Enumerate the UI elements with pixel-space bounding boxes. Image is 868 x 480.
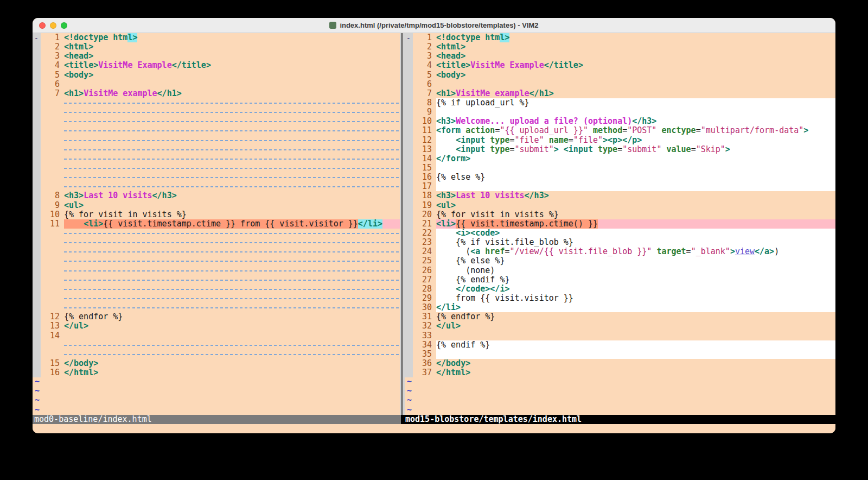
code-line-text[interactable]: <ul>: [436, 201, 835, 210]
code-line[interactable]: 33: [405, 331, 835, 340]
code-line-text[interactable]: <head>: [64, 52, 400, 61]
code-line-text[interactable]: <!doctype html>: [436, 33, 835, 42]
code-line[interactable]: 2<html>: [405, 42, 835, 52]
diff-filler-line[interactable]: [64, 136, 400, 145]
code-line[interactable]: 7<h1>VisitMe example</h1>: [405, 89, 835, 98]
code-line-text[interactable]: </html>: [436, 368, 835, 377]
code-line-text[interactable]: <input type="submit"> <input type="submi…: [436, 145, 835, 154]
code-line[interactable]: 37</html>: [405, 368, 835, 377]
diff-filler-line[interactable]: [64, 303, 400, 312]
diff-filler-row[interactable]: [33, 145, 400, 154]
code-line[interactable]: 16{% else %}: [405, 173, 835, 182]
code-line[interactable]: 12 <input type="file" name="file"><p></p…: [405, 136, 835, 145]
code-line[interactable]: 36</body>: [405, 359, 835, 368]
diff-filler-line[interactable]: [64, 154, 400, 163]
diff-filler-row[interactable]: [33, 108, 400, 117]
diff-filler-row[interactable]: [33, 350, 400, 359]
code-line[interactable]: 13 <input type="submit"> <input type="su…: [405, 145, 835, 154]
code-line-text[interactable]: <title>VisitMe Example</title>: [64, 61, 400, 70]
code-line[interactable]: 14</form>: [405, 154, 835, 163]
diff-filler-line[interactable]: [64, 247, 400, 256]
code-line-text[interactable]: [436, 108, 835, 117]
diff-filler-line[interactable]: [64, 340, 400, 350]
window-titlebar[interactable]: index.html (/private/tmp/mod15-blobstore…: [33, 18, 835, 33]
code-line[interactable]: 3<head>: [33, 52, 400, 61]
code-line[interactable]: 11 <li>{{ visit.timestamp.ctime }} from …: [33, 219, 400, 229]
code-line-text[interactable]: <form action="{{ upload_url }}" method="…: [436, 126, 835, 135]
code-line[interactable]: 32</ul>: [405, 321, 835, 331]
diff-filler-line[interactable]: [64, 173, 400, 182]
code-line[interactable]: 15: [405, 163, 835, 173]
diff-filler-row[interactable]: [33, 154, 400, 163]
code-line-text[interactable]: </code></i>: [436, 285, 835, 294]
code-line[interactable]: 21<li>{{ visit.timestamp.ctime() }}: [405, 219, 835, 229]
code-line[interactable]: 22 <i><code>: [405, 229, 835, 238]
diff-filler-row[interactable]: [33, 247, 400, 256]
code-line-text[interactable]: <html>: [436, 42, 835, 52]
code-line-text[interactable]: (none): [436, 266, 835, 275]
diff-filler-row[interactable]: [33, 98, 400, 108]
diff-filler-row[interactable]: [33, 266, 400, 275]
pane-right-blobstore[interactable]: -1<!doctype html>2<html>3<head>4<title>V…: [405, 33, 835, 415]
code-line-text[interactable]: </ul>: [64, 321, 400, 331]
diff-filler-line[interactable]: [64, 98, 400, 108]
code-line-text[interactable]: {% for visit in visits %}: [64, 210, 400, 219]
code-line-text[interactable]: {% if upload_url %}: [436, 98, 835, 108]
diff-filler-row[interactable]: [33, 340, 400, 350]
code-line-text[interactable]: {% endfor %}: [64, 312, 400, 321]
code-line[interactable]: 4<title>VisitMe Example</title>: [405, 61, 835, 70]
code-line[interactable]: 8{% if upload_url %}: [405, 98, 835, 108]
zoom-button[interactable]: [61, 22, 67, 29]
diff-filler-line[interactable]: [64, 350, 400, 359]
code-line-text[interactable]: {% endif %}: [436, 275, 835, 285]
code-line-text[interactable]: [436, 80, 835, 89]
code-line-text[interactable]: <body>: [436, 71, 835, 80]
diff-filler-row[interactable]: [33, 173, 400, 182]
diff-filler-line[interactable]: [64, 238, 400, 247]
diff-filler-row[interactable]: [33, 163, 400, 173]
diff-filler-row[interactable]: [33, 256, 400, 266]
diff-filler-line[interactable]: [64, 294, 400, 303]
code-line-text[interactable]: <i><code>: [436, 229, 835, 238]
code-line[interactable]: 26 (none): [405, 266, 835, 275]
code-line[interactable]: -1<!doctype html>: [33, 33, 400, 42]
diff-filler-row[interactable]: [33, 285, 400, 294]
code-line-text[interactable]: [64, 80, 400, 89]
code-line-text[interactable]: </form>: [436, 154, 835, 163]
diff-filler-row[interactable]: [33, 303, 400, 312]
code-line[interactable]: 4<title>VisitMe Example</title>: [33, 61, 400, 70]
code-line[interactable]: 18<h3>Last 10 visits</h3>: [405, 191, 835, 200]
code-line-text[interactable]: [64, 331, 400, 340]
code-line[interactable]: 12{% endfor %}: [33, 312, 400, 321]
code-line-text[interactable]: {% if visit.file_blob %}: [436, 238, 835, 247]
code-line-text[interactable]: {% endfor %}: [436, 312, 835, 321]
code-line-text[interactable]: <ul>: [64, 201, 400, 210]
diff-filler-line[interactable]: [64, 163, 400, 173]
code-line-text[interactable]: </body>: [64, 359, 400, 368]
code-line-text[interactable]: <h3>Last 10 visits</h3>: [436, 191, 835, 200]
code-line-text[interactable]: <head>: [436, 52, 835, 61]
vertical-split-separator[interactable]: [400, 33, 405, 415]
code-line-text[interactable]: <h3>Last 10 visits</h3>: [64, 191, 400, 200]
code-line[interactable]: 29 from {{ visit.visitor }}: [405, 294, 835, 303]
code-line[interactable]: 19<ul>: [405, 201, 835, 210]
code-line[interactable]: 23 {% if visit.file_blob %}: [405, 238, 835, 247]
code-line[interactable]: 8<h3>Last 10 visits</h3>: [33, 191, 400, 200]
code-line-text[interactable]: from {{ visit.visitor }}: [436, 294, 835, 303]
code-line-text[interactable]: {% for visit in visits %}: [436, 210, 835, 219]
code-line[interactable]: 5<body>: [405, 71, 835, 80]
command-line[interactable]: [33, 424, 835, 433]
diff-filler-line[interactable]: [64, 285, 400, 294]
code-line[interactable]: 2<html>: [33, 42, 400, 52]
code-line-text[interactable]: <h3>Welcome... upload a file? (optional)…: [436, 117, 835, 126]
code-line[interactable]: 31{% endfor %}: [405, 312, 835, 321]
code-line[interactable]: 17: [405, 182, 835, 191]
diff-filler-line[interactable]: [64, 145, 400, 154]
code-line[interactable]: 9: [405, 108, 835, 117]
code-line-text[interactable]: </ul>: [436, 321, 835, 331]
code-line[interactable]: 7<h1>VisitMe example</h1>: [33, 89, 400, 98]
diff-filler-line[interactable]: [64, 108, 400, 117]
diff-filler-line[interactable]: [64, 266, 400, 275]
diff-filler-row[interactable]: [33, 126, 400, 135]
code-line-text[interactable]: [436, 163, 835, 173]
